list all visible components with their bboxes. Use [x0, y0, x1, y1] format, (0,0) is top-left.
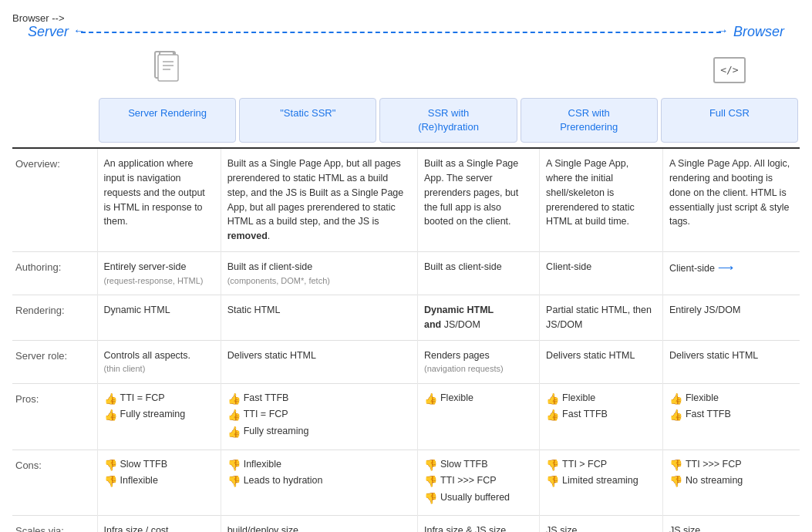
thumbdown-icon: 👎 — [227, 458, 241, 473]
thumbup-icon: 👍 — [104, 392, 117, 407]
rendering-cell-0: Dynamic HTML — [97, 295, 221, 341]
icons-row: </> — [12, 48, 800, 92]
cons-text-3-1: Limited streaming — [562, 474, 638, 488]
pros-text-4-0: Flexible — [686, 392, 719, 406]
pros-item-3-1: 👍 Fast TTFB — [546, 408, 656, 423]
empty-icon-cell-1 — [238, 48, 378, 92]
pros-item-3-0: 👍 Flexible — [546, 392, 656, 407]
pros-text-1-2: Fully streaming — [244, 425, 309, 439]
pros-item-1-0: 👍 Fast TTFB — [227, 392, 411, 407]
cons-item-1-1: 👎 Leads to hydration — [227, 474, 411, 490]
overview-cell-1: Built as a Single Page App, but all page… — [221, 148, 417, 251]
rendering-cell-2: Dynamic HTML and JS/DOM — [417, 295, 539, 341]
rendering-bold: Dynamic HTML — [424, 305, 494, 315]
browser-label: Browser — [733, 24, 784, 40]
authoring-cell-2: Built as client-side — [417, 251, 539, 295]
pros-item-4-1: 👍 Fast TTFB — [669, 408, 793, 423]
label-spacer — [12, 48, 97, 92]
authoring-main-1: Built as if client-side — [227, 261, 312, 272]
thumbdown-icon: 👎 — [104, 474, 117, 490]
thumbup-icon: 👍 — [227, 408, 241, 423]
pros-text-1-0: Fast TTFB — [244, 392, 289, 406]
rendering-cell-3: Partial static HTML, then JS/DOM — [540, 295, 663, 341]
rendering-row: Rendering: Dynamic HTML Static HTML Dyna… — [12, 295, 800, 341]
rendering-and: and — [424, 319, 441, 330]
server-role-main-2: Renders pages — [424, 350, 490, 361]
browser-icon-cell: </> — [659, 48, 800, 92]
scales-label: Scales via: — [12, 516, 97, 532]
thumbdown-icon: 👎 — [424, 474, 437, 490]
thumbdown-icon: 👎 — [669, 474, 682, 490]
server-role-main-0: Controls all aspects. — [104, 350, 191, 361]
scales-row: Scales via: Infra size / cost build/depl… — [12, 516, 800, 532]
pros-item-4-0: 👍 Flexible — [669, 392, 793, 407]
cons-item-0-1: 👎 Inflexible — [104, 474, 214, 490]
rendering-cell-1: Static HTML — [221, 295, 417, 341]
overview-cell-2: Built as a Single Page App. The server p… — [417, 148, 539, 251]
pros-item-1-2: 👍 Fully streaming — [227, 425, 411, 440]
cons-cell-3: 👎 TTI > FCP 👎 Limited streaming — [540, 450, 663, 516]
authoring-label: Authoring: — [12, 251, 97, 295]
cons-item-2-2: 👎 Usually buffered — [424, 491, 533, 507]
cons-label: Cons: — [12, 450, 97, 516]
authoring-main-2: Built as client-side — [424, 261, 502, 272]
authoring-main-0: Entirely server-side — [104, 261, 187, 272]
overview-text-1a: Built as a Single Page App, but all page… — [227, 158, 401, 198]
server-role-sub-0: (thin client) — [104, 362, 214, 375]
authoring-cell-0: Entirely server-side (request-response, … — [97, 251, 221, 295]
pros-text-0-1: Fully streaming — [120, 408, 186, 422]
server-role-cell-2: Renders pages (navigation requests) — [417, 340, 539, 383]
pros-item-0-0: 👍 TTI = FCP — [104, 392, 214, 407]
thumbup-icon: 👍 — [424, 392, 437, 407]
overview-cell-0: An application where input is navigation… — [97, 148, 221, 251]
server-icon — [153, 51, 181, 89]
column-headers: Server Rendering "Static SSR" SSR with (… — [12, 98, 800, 143]
cons-row: Cons: 👎 Slow TTFB 👎 Inflexible 👎 Inflexi… — [12, 450, 800, 516]
overview-label: Overview: — [12, 148, 97, 251]
thumbdown-icon: 👎 — [424, 458, 437, 473]
col-header-static-ssr: "Static SSR" — [239, 98, 376, 143]
pros-text-0-0: TTI = FCP — [120, 392, 165, 406]
cons-text-2-0: Slow TTFB — [440, 458, 488, 472]
cons-text-1-0: Inflexible — [244, 458, 281, 472]
pros-item-2-0: 👍 Flexible — [424, 392, 533, 407]
cons-item-0-0: 👎 Slow TTFB — [104, 458, 214, 473]
thumbup-icon: 👍 — [227, 425, 241, 440]
pros-text-3-1: Fast TTFB — [562, 408, 608, 422]
thumbdown-icon: 👎 — [546, 474, 559, 490]
pros-cell-2: 👍 Flexible — [417, 383, 539, 450]
col-header-ssr-rehydration: SSR with (Re)hydration — [379, 98, 517, 143]
overview-cell-4: A Single Page App. All logic, rendering … — [662, 148, 800, 251]
authoring-main-3: Client-side — [546, 261, 591, 272]
pros-item-0-1: 👍 Fully streaming — [104, 408, 214, 423]
cons-item-1-0: 👎 Inflexible — [227, 458, 411, 473]
server-role-cell-1: Delivers static HTML — [221, 340, 417, 383]
pros-text-1-1: TTI = FCP — [244, 408, 288, 422]
overview-row: Overview: An application where input is … — [12, 148, 800, 251]
cons-text-1-1: Leads to hydration — [244, 474, 323, 488]
server-role-cell-3: Delivers static HTML — [540, 340, 663, 383]
thumbup-icon: 👍 — [546, 408, 559, 423]
thumbup-icon: 👍 — [227, 392, 241, 407]
cons-text-2-1: TTI >>> FCP — [440, 474, 497, 488]
authoring-main-4: Client-side — [669, 263, 715, 274]
authoring-cell-1: Built as if client-side (components, DOM… — [221, 251, 417, 295]
pros-cell-4: 👍 Flexible 👍 Fast TTFB — [662, 383, 800, 450]
pros-item-1-1: 👍 TTI = FCP — [227, 408, 411, 423]
cons-item-2-0: 👎 Slow TTFB — [424, 458, 533, 473]
cons-cell-4: 👎 TTI >>> FCP 👎 No streaming — [662, 450, 800, 516]
scales-cell-1: build/deploy size — [221, 516, 417, 532]
server-role-row: Server role: Controls all aspects. (thin… — [12, 340, 800, 383]
thumbdown-icon: 👎 — [104, 458, 117, 473]
server-browser-header: Server Browser — [12, 24, 800, 40]
cons-text-0-1: Inflexible — [120, 474, 158, 488]
pros-cell-3: 👍 Flexible 👍 Fast TTFB — [540, 383, 663, 450]
page-container: Browser --> Server Browser — [12, 12, 800, 532]
cons-text-2-2: Usually buffered — [440, 491, 510, 505]
col-header-spacer — [12, 98, 97, 143]
cons-cell-2: 👎 Slow TTFB 👎 TTI >>> FCP 👎 Usually buff… — [417, 450, 539, 516]
rendering-label: Rendering: — [12, 295, 97, 341]
arrow-line — [81, 32, 721, 33]
pros-row: Pros: 👍 TTI = FCP 👍 Fully streaming 👍 Fa… — [12, 383, 800, 450]
cons-text-4-0: TTI >>> FCP — [686, 458, 742, 472]
